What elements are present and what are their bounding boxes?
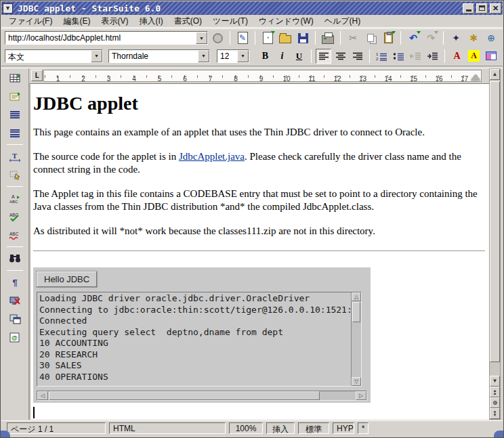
- save-icon: [298, 33, 308, 43]
- bullets-button[interactable]: [391, 49, 406, 64]
- console-vertical-scrollbar[interactable]: △ ▽: [351, 292, 361, 386]
- background-color-button[interactable]: [483, 49, 499, 64]
- stop-button[interactable]: [209, 30, 226, 46]
- align-left-button[interactable]: [316, 49, 331, 64]
- drag-mode-button[interactable]: [6, 167, 24, 183]
- bold-button[interactable]: B: [257, 49, 273, 64]
- spellcheck-button[interactable]: ABC: [6, 209, 24, 225]
- font-dropdown-button[interactable]: ▼: [198, 50, 209, 62]
- previous-page-button[interactable]: ▲▲: [490, 387, 500, 397]
- status-hyperlink-mode[interactable]: HYP: [333, 422, 354, 434]
- menu-file[interactable]: ファイル(F): [4, 14, 57, 28]
- tab-type-selector[interactable]: L: [31, 70, 43, 81]
- menu-insert[interactable]: 挿入(I): [134, 14, 167, 28]
- minimize-button[interactable]: [463, 3, 474, 14]
- scroll-down-button[interactable]: ▼: [490, 376, 500, 387]
- status-insert-mode[interactable]: 挿入: [266, 422, 295, 434]
- hyperlink-dialog-button[interactable]: ⊕: [483, 30, 499, 46]
- menu-format[interactable]: 書式(O): [169, 14, 207, 28]
- document-canvas[interactable]: JDBC applet This page contains an exampl…: [29, 83, 489, 420]
- html-source-button[interactable]: [6, 311, 24, 327]
- undo-dropdown[interactable]: [417, 31, 421, 34]
- paste-dropdown[interactable]: [392, 31, 396, 34]
- console-horizontal-scrollbar[interactable]: ◁ ▷: [37, 391, 367, 401]
- find-replace-button[interactable]: [6, 250, 24, 267]
- numbering-button[interactable]: 12: [374, 49, 390, 64]
- console-scroll-up-button[interactable]: △: [352, 292, 361, 301]
- next-page-button[interactable]: ▼▼: [490, 408, 500, 419]
- auto-spellcheck-button[interactable]: ABC: [6, 227, 24, 243]
- console-hscroll-track[interactable]: [48, 391, 356, 400]
- paste-button[interactable]: [380, 30, 396, 46]
- menu-help[interactable]: ヘルプ(H): [320, 14, 366, 28]
- navigator-button[interactable]: ✦: [448, 30, 464, 46]
- menu-tools[interactable]: ツール(T): [208, 14, 253, 28]
- console-scroll-right-button[interactable]: ▷: [356, 391, 366, 400]
- menu-edit[interactable]: 編集(E): [58, 14, 95, 28]
- formatting-marks-button[interactable]: ¶: [6, 274, 24, 290]
- vertical-scrollbar[interactable]: ▲ ▼ ▲▲ ▼▼: [489, 68, 501, 420]
- status-selection-mode[interactable]: 標準: [298, 422, 329, 434]
- internet-button[interactable]: @: [6, 329, 24, 345]
- print-button[interactable]: [320, 30, 336, 46]
- save-button[interactable]: [295, 30, 311, 46]
- size-dropdown-button[interactable]: ▼: [237, 50, 249, 62]
- status-doctype[interactable]: HTML: [109, 422, 226, 434]
- window-resize-corner-right[interactable]: [494, 431, 503, 437]
- window-menu-icon[interactable]: ▼: [3, 3, 13, 14]
- console-scroll-thumb[interactable]: [352, 302, 360, 322]
- graphics-toggle-button[interactable]: [6, 292, 24, 309]
- status-zoom[interactable]: 100%: [229, 422, 263, 434]
- undo-button[interactable]: ↶: [405, 30, 421, 46]
- insert-footer-button[interactable]: [6, 125, 24, 141]
- align-center-button[interactable]: [333, 49, 348, 64]
- horizontal-ruler[interactable]: 1234567891011121314151617: [43, 70, 482, 82]
- url-dropdown-button[interactable]: ▼: [196, 32, 207, 44]
- right-margin-marker[interactable]: [471, 74, 480, 81]
- text-animation-button[interactable]: T: [6, 148, 24, 165]
- redo-button[interactable]: ↷: [423, 30, 439, 46]
- maximize-button[interactable]: [476, 3, 488, 14]
- style-dropdown-button[interactable]: ▼: [91, 50, 102, 62]
- hello-jdbc-button[interactable]: Hello JDBC: [37, 271, 97, 287]
- font-size-combo[interactable]: 12 ▼: [217, 49, 249, 63]
- status-page[interactable]: ページ 1 / 1: [7, 422, 106, 434]
- insert-table-button[interactable]: [6, 70, 24, 86]
- scroll-up-button[interactable]: ▲: [490, 69, 500, 80]
- edit-file-button[interactable]: ✎: [234, 30, 251, 46]
- numbering-icon: 12: [376, 51, 387, 61]
- insert-section-button[interactable]: [6, 106, 24, 123]
- italic-icon: i: [281, 51, 284, 62]
- stylist-button[interactable]: ✱: [465, 30, 482, 46]
- scroll-track[interactable]: [490, 80, 500, 376]
- menu-window[interactable]: ウィンドウ(W): [254, 14, 318, 28]
- font-color-button[interactable]: A: [449, 49, 465, 64]
- italic-button[interactable]: i: [274, 49, 290, 64]
- menu-view[interactable]: 表示(V): [96, 14, 133, 28]
- scroll-thumb[interactable]: [490, 81, 500, 362]
- console-hscroll-thumb[interactable]: [49, 391, 320, 400]
- font-name-combo[interactable]: Thorndale ▼: [108, 49, 210, 63]
- insert-frame-button[interactable]: [6, 88, 24, 104]
- jdbcapplet-java-link[interactable]: JdbcApplet.java: [179, 151, 245, 162]
- spellcheck-icon: ABC: [9, 212, 21, 222]
- align-right-button[interactable]: [350, 49, 365, 64]
- url-input[interactable]: [5, 32, 196, 44]
- console-scroll-left-button[interactable]: ◁: [37, 391, 48, 400]
- increase-indent-button[interactable]: [425, 49, 440, 64]
- copy-button[interactable]: [362, 30, 379, 46]
- console-scroll-track[interactable]: [352, 301, 361, 377]
- new-document-button[interactable]: ◔: [259, 30, 276, 46]
- console-scroll-down-button[interactable]: ▽: [352, 377, 361, 386]
- underline-button[interactable]: U: [291, 49, 307, 64]
- autotext-button[interactable]: AABC: [6, 190, 24, 206]
- paragraph-style-combo[interactable]: 本文 ▼: [5, 49, 103, 63]
- decrease-indent-button[interactable]: [408, 49, 423, 64]
- new-document-dropdown[interactable]: [271, 31, 275, 34]
- close-button[interactable]: ✕: [490, 3, 501, 14]
- status-modified[interactable]: *: [358, 422, 369, 434]
- cut-button[interactable]: ✂: [345, 30, 361, 46]
- open-button[interactable]: [277, 30, 293, 46]
- navigation-button[interactable]: [490, 397, 500, 408]
- highlighting-button[interactable]: A: [466, 49, 482, 64]
